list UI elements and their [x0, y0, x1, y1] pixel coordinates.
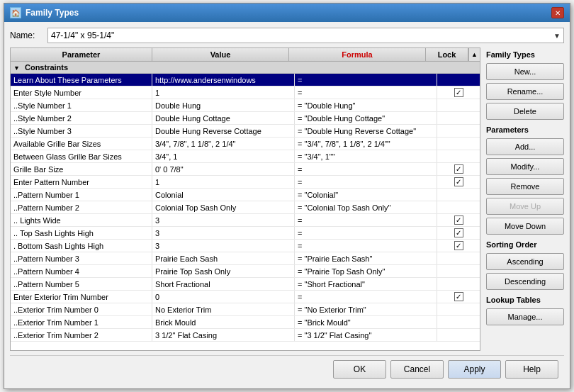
checkbox-grille-size[interactable]	[454, 164, 463, 174]
checkbox-style-num[interactable]	[454, 88, 463, 97]
value-pattern-num: 1	[152, 176, 295, 188]
formula-style-num: =	[295, 86, 437, 99]
lock-pattern2	[437, 201, 480, 213]
name-dropdown-value: 47-1/4" x 95-1/4"	[51, 30, 114, 40]
formula-pattern1: = "Colonial"	[295, 189, 437, 201]
formula-pattern3: = "Prairie Each Sash"	[295, 252, 437, 264]
formula-ext-trim0: = "No Exterior Trim"	[295, 303, 437, 315]
family-types-dialog: 🏠 Family Types ✕ Name: 47-1/4" x 95-1/4"…	[4, 3, 570, 389]
name-dropdown[interactable]: 47-1/4" x 95-1/4" ▼	[47, 28, 564, 43]
move-up-button[interactable]: Move Up	[486, 198, 564, 215]
table-row[interactable]: ..Pattern Number 1 Colonial = "Colonial"	[11, 189, 480, 201]
main-area: Parameter Value Formula Lock ▲ ▼ Constra…	[10, 47, 564, 351]
value-ext-trim-num: 0	[152, 291, 295, 303]
param-ext-trim-num: Enter Exterior Trim Number	[11, 291, 152, 303]
lock-style3	[437, 125, 480, 137]
value-ext-trim0: No Exterior Trim	[152, 303, 295, 315]
value-ext-trim1: Brick Mould	[152, 316, 295, 328]
value-bottom-sash: 3	[152, 240, 295, 252]
ascending-button[interactable]: Ascending	[486, 253, 564, 270]
value-style2: Double Hung Cottage	[152, 112, 295, 124]
table-row[interactable]: Enter Exterior Trim Number 0 =	[11, 291, 480, 303]
formula-ext-trim-num: =	[295, 291, 437, 303]
checkbox-lights-wide[interactable]	[454, 215, 463, 225]
param-pattern1: ..Pattern Number 1	[11, 189, 152, 201]
table-row[interactable]: . Bottom Sash Lights High 3 =	[11, 240, 480, 252]
value-pattern4: Prairie Top Sash Only	[152, 265, 295, 277]
lock-grille-size	[437, 163, 480, 175]
param-ext-trim0: ..Exterior Trim Number 0	[11, 303, 152, 315]
table-row[interactable]: ..Style Number 2 Double Hung Cottage = "…	[11, 112, 480, 125]
header-scroll-spacer: ▲	[468, 48, 480, 61]
param-lights-wide: .. Lights Wide	[11, 214, 152, 226]
name-row: Name: 47-1/4" x 95-1/4" ▼	[10, 28, 564, 43]
value-learn: http://www.andersenwindows	[152, 74, 295, 86]
checkbox-top-sash[interactable]	[454, 228, 463, 237]
param-grille-size: Grille Bar Size	[11, 163, 152, 175]
table-row[interactable]: ..Pattern Number 4 Prairie Top Sash Only…	[11, 265, 480, 278]
table-row[interactable]: ..Style Number 3 Double Hung Reverse Cot…	[11, 125, 480, 138]
table-row[interactable]: ..Pattern Number 5 Short Fractional = "S…	[11, 278, 480, 291]
table-row[interactable]: Available Grille Bar Sizes 3/4", 7/8", 1…	[11, 138, 480, 150]
formula-style1: = "Double Hung"	[295, 99, 437, 111]
formula-pattern5: = "Short Fractional"	[295, 278, 437, 290]
help-button[interactable]: Help	[505, 360, 558, 379]
lock-ext-trim0	[437, 303, 480, 315]
lock-pattern4	[437, 265, 480, 277]
table-row[interactable]: ..Exterior Trim Number 0 No Exterior Tri…	[11, 303, 480, 316]
move-down-button[interactable]: Move Down	[486, 218, 564, 235]
checkbox-pattern-num[interactable]	[454, 177, 463, 186]
title-bar: 🏠 Family Types ✕	[4, 4, 570, 22]
table-row[interactable]: Between Glass Grille Bar Sizes 3/4", 1 =…	[11, 150, 480, 163]
formula-style3: = "Double Hung Reverse Cottage"	[295, 125, 437, 137]
close-button[interactable]: ✕	[551, 7, 564, 18]
manage-button[interactable]: Manage...	[486, 308, 564, 325]
dialog-icon: 🏠	[10, 7, 21, 18]
lock-ext-trim-num	[437, 291, 480, 303]
lock-learn	[437, 74, 480, 86]
table-row[interactable]: Grille Bar Size 0' 0 7/8" =	[11, 163, 480, 176]
value-style-num: 1	[152, 86, 295, 99]
lock-pattern1	[437, 189, 480, 201]
param-pattern2: ..Pattern Number 2	[11, 201, 152, 213]
apply-button[interactable]: Apply	[448, 360, 501, 379]
delete-button[interactable]: Delete	[486, 103, 564, 120]
lock-pattern5	[437, 278, 480, 290]
lock-top-sash	[437, 227, 480, 239]
new-button[interactable]: New...	[486, 63, 564, 80]
cancel-button[interactable]: Cancel	[390, 360, 444, 379]
param-style-num: Enter Style Number	[11, 86, 152, 99]
add-button[interactable]: Add...	[486, 138, 564, 155]
bottom-bar: OK Cancel Apply Help	[10, 355, 564, 383]
table-row[interactable]: .. Top Sash Lights High 3 =	[11, 227, 480, 240]
table-row[interactable]: ..Exterior Trim Number 1 Brick Mould = "…	[11, 316, 480, 329]
ok-button[interactable]: OK	[333, 360, 386, 379]
formula-avail-grille: = "3/4", 7/8", 1 1/8", 2 1/4""	[295, 138, 437, 150]
value-pattern1: Colonial	[152, 189, 295, 201]
value-style3: Double Hung Reverse Cottage	[152, 125, 295, 137]
checkbox-bottom-sash[interactable]	[454, 241, 463, 250]
formula-pattern2: = "Colonial Top Sash Only"	[295, 201, 437, 213]
modify-button[interactable]: Modify...	[486, 158, 564, 175]
formula-top-sash: =	[295, 227, 437, 239]
table-row[interactable]: .. Lights Wide 3 =	[11, 214, 480, 227]
table-row[interactable]: ..Pattern Number 3 Prairie Each Sash = "…	[11, 252, 480, 265]
table-row[interactable]: ..Pattern Number 2 Colonial Top Sash Onl…	[11, 201, 480, 214]
formula-grille-size: =	[295, 163, 437, 175]
table-row[interactable]: Learn About These Parameters http://www.…	[11, 74, 480, 86]
descending-button[interactable]: Descending	[486, 273, 564, 290]
table-row[interactable]: ..Exterior Trim Number 2 3 1/2" Flat Cas…	[11, 329, 480, 342]
rename-button[interactable]: Rename...	[486, 83, 564, 100]
table-row[interactable]: Enter Pattern Number 1 =	[11, 176, 480, 189]
checkbox-ext-trim-num[interactable]	[454, 292, 463, 301]
lock-style-num	[437, 86, 480, 99]
col-header-value: Value	[152, 48, 289, 61]
table-row[interactable]: Enter Style Number 1 =	[11, 86, 480, 99]
table-row[interactable]: ..Style Number 1 Double Hung = "Double H…	[11, 99, 480, 112]
remove-button[interactable]: Remove	[486, 178, 564, 195]
col-header-formula: Formula	[289, 48, 426, 61]
lock-pattern3	[437, 252, 480, 264]
formula-lights-wide: =	[295, 214, 437, 226]
table-scroll-area[interactable]: ▼ Constraints Learn About These Paramete…	[11, 62, 480, 350]
dialog-content: Name: 47-1/4" x 95-1/4" ▼ Parameter Valu…	[4, 22, 570, 388]
